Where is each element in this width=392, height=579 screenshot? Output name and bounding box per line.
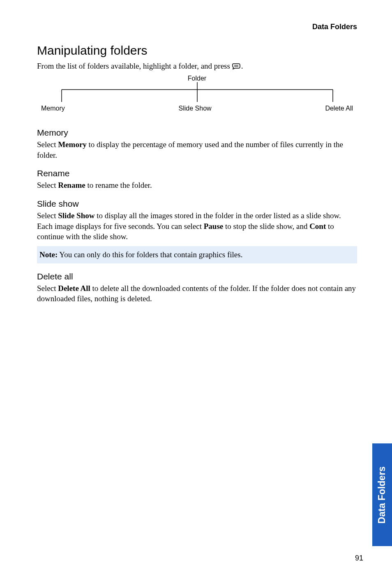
slideshow-mid2: to stop the slide show, and xyxy=(223,222,309,231)
diagram-leaf-memory: Memory xyxy=(41,105,65,112)
deleteall-pre: Select xyxy=(37,284,58,293)
text-memory: Select Memory to display the percentage … xyxy=(37,139,357,160)
page-number: 91 xyxy=(355,554,363,563)
note-box: Note: You can only do this for folders t… xyxy=(37,246,357,263)
rename-pre: Select xyxy=(37,181,58,189)
diagram-root-label: Folder xyxy=(37,75,357,82)
intro-post: . xyxy=(241,62,243,70)
text-slideshow: Select Slide Show to display all the ima… xyxy=(37,210,357,242)
folder-diagram: Folder Memory Slide Show Delete All xyxy=(37,75,357,112)
tree-lines xyxy=(49,82,345,105)
slideshow-bold1: Slide Show xyxy=(58,211,95,220)
slideshow-pre: Select xyxy=(37,211,58,220)
note-text: You can only do this for folders that co… xyxy=(58,250,242,259)
text-rename: Select Rename to rename the folder. xyxy=(37,180,357,191)
memory-pre: Select xyxy=(37,140,58,149)
side-tab: Data Folders xyxy=(372,443,392,546)
heading-deleteall: Delete all xyxy=(37,272,357,281)
slideshow-bold2: Pause xyxy=(204,222,224,231)
side-tab-label: Data Folders xyxy=(377,466,388,523)
memory-bold: Memory xyxy=(58,140,87,149)
page-header: Data Folders xyxy=(37,23,357,31)
page-title: Manipulating folders xyxy=(37,44,357,58)
intro-text: From the list of folders available, high… xyxy=(37,62,357,72)
menu-icon xyxy=(232,62,241,72)
rename-bold: Rename xyxy=(58,181,85,189)
heading-memory: Memory xyxy=(37,128,357,138)
note-label: Note: xyxy=(39,250,58,259)
heading-rename: Rename xyxy=(37,168,357,178)
slideshow-bold3: Cont xyxy=(309,222,326,231)
rename-post: to rename the folder. xyxy=(85,181,152,189)
intro-pre: From the list of folders available, high… xyxy=(37,62,232,70)
diagram-leaf-slideshow: Slide Show xyxy=(179,105,212,112)
heading-slideshow: Slide show xyxy=(37,199,357,209)
diagram-leaf-deleteall: Delete All xyxy=(325,105,353,112)
deleteall-bold: Delete All xyxy=(58,284,90,293)
text-deleteall: Select Delete All to delete all the down… xyxy=(37,283,357,304)
